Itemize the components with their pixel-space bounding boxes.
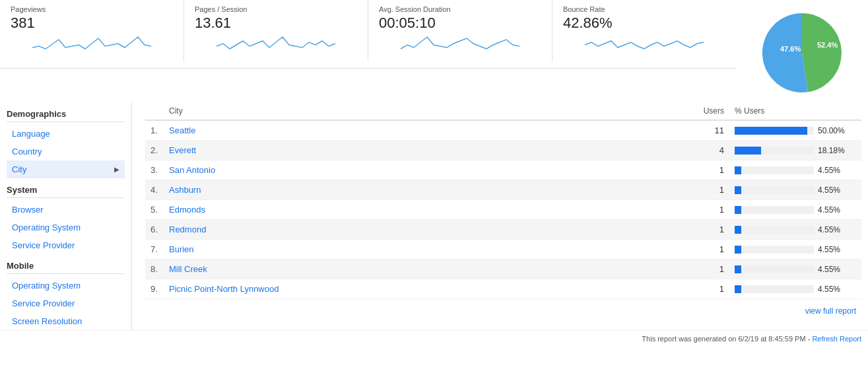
sparkline-pageviews xyxy=(11,34,173,54)
users-cell: 11 xyxy=(677,120,729,141)
pct-bar-fill xyxy=(735,246,741,254)
rank-cell: 9. xyxy=(145,279,164,299)
pct-users-cell: 4.55% xyxy=(729,279,861,299)
pct-text: 4.55% xyxy=(818,186,840,195)
col-rank xyxy=(145,102,164,120)
city-name-cell[interactable]: San Antonio xyxy=(164,160,677,180)
metric-pageviews: Pageviews 381 xyxy=(0,0,184,61)
pct-bar-fill xyxy=(735,265,741,273)
sidebar-item-mobile-os[interactable]: Operating System xyxy=(7,277,125,294)
metric-label-bounce-rate: Bounce Rate xyxy=(563,5,725,13)
table-row: 8. Mill Creek 1 4.55% xyxy=(145,260,861,279)
city-name-cell[interactable]: Seattle xyxy=(164,120,677,141)
pie-chart-area: 47.6% 52.4% xyxy=(736,0,868,96)
pct-users-cell: 4.55% xyxy=(729,160,861,180)
sparkline-avg-session xyxy=(379,34,541,54)
city-name-cell[interactable]: Ashburn xyxy=(164,180,677,200)
city-name-cell[interactable]: Everett xyxy=(164,141,677,160)
col-users-header: Users xyxy=(677,102,729,120)
metric-label-avg-session: Avg. Session Duration xyxy=(379,5,541,13)
col-pct-header: % Users xyxy=(729,102,861,120)
city-link[interactable]: Seattle xyxy=(169,125,195,135)
main-content: Demographics Language Country City ▶ Sys… xyxy=(0,96,868,330)
rank-cell: 5. xyxy=(145,200,164,220)
metric-avg-session: Avg. Session Duration 00:05:10 xyxy=(368,0,552,61)
pct-bar-fill xyxy=(735,166,741,174)
report-footer: This report was generated on 6/2/19 at 8… xyxy=(0,330,868,347)
sidebar: Demographics Language Country City ▶ Sys… xyxy=(0,102,132,330)
city-link[interactable]: San Antonio xyxy=(169,165,215,175)
metric-value-pageviews: 381 xyxy=(11,15,173,32)
refresh-report-link[interactable]: Refresh Report xyxy=(812,335,861,343)
pct-text: 50.00% xyxy=(818,126,845,135)
pct-bar-fill xyxy=(735,226,741,234)
rank-cell: 2. xyxy=(145,141,164,160)
sidebar-item-operating-system[interactable]: Operating System xyxy=(7,219,125,236)
pct-users-cell: 4.55% xyxy=(729,200,861,220)
view-full-report-link[interactable]: view full report xyxy=(805,306,856,316)
rank-cell: 3. xyxy=(145,160,164,180)
table-row: 6. Redmond 1 4.55% xyxy=(145,220,861,240)
users-cell: 1 xyxy=(677,279,729,299)
sidebar-item-service-provider[interactable]: Service Provider xyxy=(7,236,125,254)
city-link[interactable]: Redmond xyxy=(169,225,206,234)
table-row: 5. Edmonds 1 4.55% xyxy=(145,200,861,220)
pct-users-cell: 4.55% xyxy=(729,240,861,260)
users-cell: 1 xyxy=(677,260,729,279)
city-link[interactable]: Burien xyxy=(169,244,194,254)
sidebar-item-mobile-sp[interactable]: Service Provider xyxy=(7,294,125,312)
pct-bar-bg xyxy=(735,226,814,234)
sidebar-item-language[interactable]: Language xyxy=(7,125,125,143)
pct-bar-bg xyxy=(735,265,814,273)
city-link[interactable]: Everett xyxy=(169,145,196,155)
users-cell: 4 xyxy=(677,141,729,160)
table-row: 3. San Antonio 1 4.55% xyxy=(145,160,861,180)
pct-bar-bg xyxy=(735,285,814,293)
pct-bar-fill xyxy=(735,186,741,194)
view-full-report[interactable]: view full report xyxy=(145,299,861,318)
city-link[interactable]: Edmonds xyxy=(169,205,205,215)
city-name-cell[interactable]: Burien xyxy=(164,240,677,260)
metric-value-pages-session: 13.61 xyxy=(195,15,357,32)
pct-bar-bg xyxy=(735,246,814,254)
table-row: 2. Everett 4 18.18% xyxy=(145,141,861,160)
pct-users-cell: 18.18% xyxy=(729,141,861,160)
rank-cell: 8. xyxy=(145,260,164,279)
pct-bar-fill xyxy=(735,285,741,293)
users-cell: 1 xyxy=(677,160,729,180)
rank-cell: 4. xyxy=(145,180,164,200)
city-name-cell[interactable]: Redmond xyxy=(164,220,677,240)
right-panel: City Users % Users 1. Seattle 11 50.00% … xyxy=(132,102,868,330)
pct-text: 4.55% xyxy=(818,285,840,294)
city-table: City Users % Users 1. Seattle 11 50.00% … xyxy=(145,102,861,299)
city-link[interactable]: Ashburn xyxy=(169,185,201,195)
pct-bar-bg xyxy=(735,206,814,214)
pct-users-cell: 50.00% xyxy=(729,120,861,141)
footer-text: This report was generated on 6/2/19 at 8… xyxy=(642,335,812,343)
city-link[interactable]: Mill Creek xyxy=(169,264,207,274)
sidebar-item-city[interactable]: City ▶ xyxy=(7,160,125,178)
system-section-title: System xyxy=(7,185,125,198)
pct-users-cell: 4.55% xyxy=(729,220,861,240)
users-cell: 1 xyxy=(677,240,729,260)
sidebar-item-screen-resolution[interactable]: Screen Resolution xyxy=(7,312,125,330)
pct-bar-bg xyxy=(735,186,814,194)
pct-users-cell: 4.55% xyxy=(729,260,861,279)
pct-text: 4.55% xyxy=(818,225,840,234)
table-row: 7. Burien 1 4.55% xyxy=(145,240,861,260)
pct-bar-bg xyxy=(735,147,814,155)
city-link[interactable]: Picnic Point-North Lynnwood xyxy=(169,284,279,294)
mobile-section-title: Mobile xyxy=(7,261,125,274)
metric-label-pages-session: Pages / Session xyxy=(195,5,357,13)
city-name-cell[interactable]: Edmonds xyxy=(164,200,677,220)
metric-label-pageviews: Pageviews xyxy=(11,5,173,13)
sidebar-item-browser[interactable]: Browser xyxy=(7,201,125,219)
city-name-cell[interactable]: Mill Creek xyxy=(164,260,677,279)
users-cell: 1 xyxy=(677,200,729,220)
metric-value-avg-session: 00:05:10 xyxy=(379,15,541,32)
pct-bar-fill xyxy=(735,206,741,214)
pct-bar-fill xyxy=(735,147,761,155)
sidebar-item-country[interactable]: Country xyxy=(7,143,125,160)
pct-text: 4.55% xyxy=(818,265,840,274)
city-name-cell[interactable]: Picnic Point-North Lynnwood xyxy=(164,279,677,299)
